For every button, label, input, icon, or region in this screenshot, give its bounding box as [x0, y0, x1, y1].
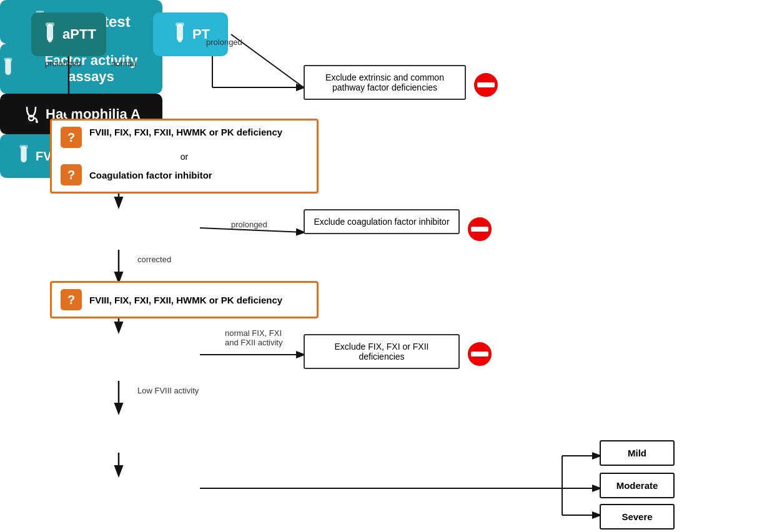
tube-icon-pt: [171, 22, 189, 46]
aptt-box: aPTT: [31, 12, 106, 56]
mild-box: Mild: [600, 440, 675, 466]
condition1-line1: FVIII, FIX, FXI, FXII, HWMK or PK defici…: [89, 127, 282, 137]
condition1-box: ? FVIII, FIX, FXI, FXII, HWMK or PK defi…: [50, 119, 319, 194]
aptt-label: aPTT: [62, 26, 96, 42]
prolonged-label-1: prolonged: [45, 59, 81, 68]
prolonged-label-3: prolonged: [231, 220, 267, 229]
svg-rect-37: [20, 145, 28, 149]
low-fviii-label: Low FVIII activity: [137, 386, 199, 395]
condition1-line3: Coagulation factor inhibitor: [89, 170, 212, 180]
normal-fix-label: normal FIX, FXI and FXII activity: [225, 328, 282, 347]
exclude-fix-text: Exclude FIX, FXI or FXII deficiencies: [335, 342, 429, 362]
question-icon-3: ?: [61, 289, 82, 310]
factor-assays-label: Factor activity assays: [20, 52, 162, 86]
question-icon-2: ?: [61, 164, 82, 185]
svg-rect-19: [46, 22, 54, 26]
exclude-inhibitor-text: Exclude coagulation factor inhibitor: [314, 217, 449, 227]
exclude-extrinsic-text: Exclude extrinsic and common pathway fac…: [325, 72, 444, 92]
svg-point-34: [29, 116, 34, 121]
condition2-line1: FVIII, FIX, FXI, FXII, HWMK or PK defici…: [89, 295, 282, 305]
svg-rect-36: [21, 146, 26, 162]
normal-label-1: normal: [111, 59, 136, 68]
severe-box: Severe: [600, 504, 675, 530]
pt-box: PT: [153, 12, 228, 56]
diagram: aPTT PT prolonged normal prolonged ? FVI…: [0, 0, 777, 532]
severe-label: Severe: [621, 511, 652, 522]
tube-icon-fviii: [16, 145, 32, 167]
exclude-inhibitor-box: Exclude coagulation factor inhibitor: [304, 209, 460, 234]
corrected-label: corrected: [137, 255, 171, 264]
exclude-fix-box: Exclude FIX, FXI or FXII deficiencies: [304, 334, 460, 369]
moderate-label: Moderate: [616, 480, 658, 491]
exclude-extrinsic-box: Exclude extrinsic and common pathway fac…: [304, 65, 466, 100]
no-entry-inhibitor: [466, 215, 493, 245]
svg-rect-30: [5, 59, 11, 75]
no-entry-fix: [466, 340, 493, 370]
svg-point-35: [36, 121, 38, 123]
svg-rect-31: [4, 57, 12, 61]
condition2-box: ? FVIII, FIX, FXI, FXII, HWMK or PK defi…: [50, 281, 319, 318]
tube-icon-aptt: [41, 22, 59, 46]
tube-icon-factors: [0, 57, 16, 80]
svg-rect-22: [176, 22, 184, 26]
no-entry-extrinsic: [472, 71, 500, 101]
svg-rect-25: [477, 82, 495, 87]
svg-rect-21: [178, 37, 182, 42]
svg-rect-29: [471, 227, 488, 232]
mild-label: Mild: [628, 448, 646, 458]
stethoscope-icon: [22, 104, 41, 124]
svg-rect-33: [471, 352, 488, 357]
question-icon-1: ?: [61, 127, 82, 148]
prolonged-label-2: prolonged: [206, 37, 242, 47]
moderate-box: Moderate: [600, 473, 675, 498]
svg-rect-18: [48, 37, 52, 42]
condition1-or: or: [61, 152, 308, 162]
